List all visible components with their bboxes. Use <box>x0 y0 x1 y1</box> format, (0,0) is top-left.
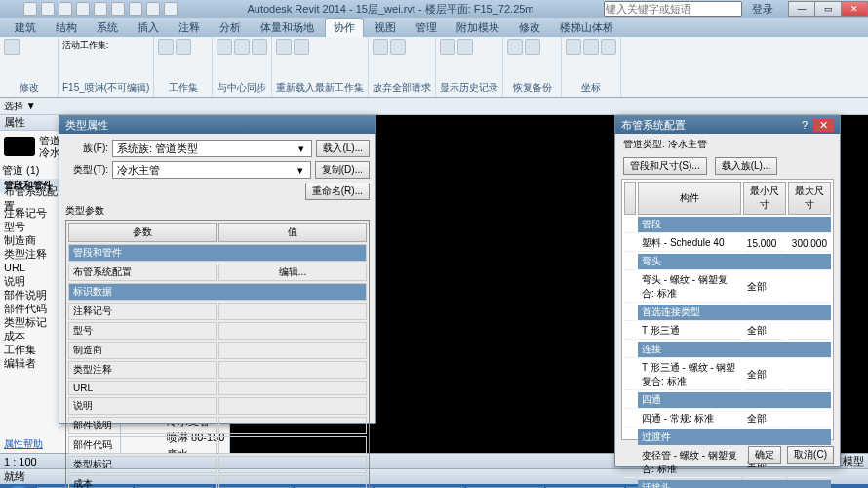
qat-icon[interactable] <box>94 2 107 16</box>
routing-row[interactable]: 连接 <box>624 342 831 358</box>
param-row[interactable]: 类型注释 <box>68 361 367 379</box>
login-link[interactable]: 登录 <box>752 2 773 17</box>
param-row[interactable]: 型号 <box>68 322 367 340</box>
routing-row[interactable]: 弯头 <box>624 254 831 270</box>
ribbon-tab[interactable]: 修改 <box>510 18 549 37</box>
param-row[interactable]: 布管系统配置编辑... <box>68 264 367 281</box>
routing-row[interactable]: 四通 - 常规: 标准全部 <box>624 411 831 427</box>
ribbon-group: 坐标 <box>562 37 621 97</box>
ribbon-tab[interactable]: 插入 <box>129 18 168 37</box>
ok-button[interactable]: 确定 <box>748 446 781 464</box>
pipe-icon <box>4 137 35 156</box>
qat-icon[interactable] <box>41 2 55 16</box>
routing-row[interactable]: T 形三通 - 螺纹 - 钢塑复合: 标准全部 <box>624 360 831 390</box>
load-family-button[interactable]: 载入族(L)... <box>715 157 778 175</box>
help-search[interactable] <box>604 1 742 17</box>
cancel-button[interactable]: 取消(C) <box>787 446 834 464</box>
close-icon[interactable]: ✕ <box>813 119 834 132</box>
ribbon-icon[interactable] <box>507 39 523 55</box>
select-dropdown[interactable]: 选择 ▼ <box>4 100 36 113</box>
qat-icon[interactable] <box>111 2 125 16</box>
ribbon-icon[interactable] <box>373 39 388 55</box>
param-row[interactable]: 部件说明 <box>68 417 367 434</box>
param-row[interactable]: 类型标记 <box>68 456 367 473</box>
ribbon-icon[interactable] <box>4 39 20 55</box>
ribbon-tab[interactable]: 附加模块 <box>448 18 508 37</box>
ribbon-tab[interactable]: 分析 <box>211 18 250 37</box>
routing-preferences-dialog: 布管系统配置 ? ✕ 管道类型: 冷水主管 管段和尺寸(S)... 载入族(L)… <box>614 115 841 467</box>
param-row[interactable]: 制造商 <box>68 342 367 359</box>
minimize-button[interactable]: — <box>788 1 815 17</box>
ribbon-tab[interactable]: 系统 <box>88 18 127 37</box>
ribbon-tab[interactable]: 视图 <box>366 18 405 37</box>
qat-icon[interactable] <box>23 2 37 16</box>
family-combo[interactable]: 系统族: 管道类型▾ <box>112 140 312 157</box>
routing-row[interactable]: T 形三通全部 <box>624 323 831 340</box>
ribbon-tab[interactable]: 建筑 <box>6 18 45 37</box>
maximize-button[interactable]: ▭ <box>814 1 842 17</box>
ribbon-tab[interactable]: 结构 <box>47 18 86 37</box>
duplicate-button[interactable]: 复制(D)... <box>315 161 370 179</box>
routing-row[interactable]: 活接头 <box>624 480 831 488</box>
routing-row[interactable]: 管段 <box>624 217 831 233</box>
type-combo[interactable]: 冷水主管▾ <box>112 161 311 179</box>
ribbon-icon[interactable] <box>457 39 473 55</box>
chevron-down-icon: ▾ <box>296 142 307 155</box>
ribbon-icon[interactable] <box>158 39 174 55</box>
ribbon-icon[interactable] <box>176 39 191 55</box>
routing-table[interactable]: 构件 最小尺寸 最大尺寸 管段塑料 - Schedule 4015.000300… <box>621 179 834 440</box>
load-button[interactable]: 载入(L)... <box>316 140 370 157</box>
ribbon: 修改活动工作集:F15_喷淋(不可编辑)工作集与中心同步重新载入最新工作集放弃全… <box>0 37 868 98</box>
routing-row[interactable]: 弯头 - 螺纹 - 钢塑复合: 标准全部 <box>624 272 831 303</box>
close-button[interactable]: ✕ <box>841 1 868 17</box>
dialog-titlebar[interactable]: 类型属性 <box>59 116 375 134</box>
ribbon-icon[interactable] <box>583 39 599 55</box>
ribbon-tab[interactable]: 楼梯山体桥 <box>551 18 622 37</box>
ribbon-group: 修改 <box>0 37 59 97</box>
chevron-down-icon: ▾ <box>295 164 306 177</box>
qat-icon[interactable] <box>76 2 90 16</box>
ribbon-icon[interactable] <box>252 39 267 55</box>
param-row[interactable]: 说明 <box>68 397 367 415</box>
segments-sizes-button[interactable]: 管段和尺寸(S)... <box>623 157 707 175</box>
ribbon-tabs: 建筑结构系统插入注释分析体量和场地协作视图管理附加模块修改楼梯山体桥 <box>0 18 868 37</box>
ribbon-tab[interactable]: 注释 <box>170 18 209 37</box>
ribbon-icon[interactable] <box>276 39 292 55</box>
param-row[interactable]: 部件代码 <box>68 436 367 454</box>
ribbon-tab[interactable]: 协作 <box>325 18 364 37</box>
routing-row[interactable]: 首选连接类型 <box>624 305 831 321</box>
ribbon-group: 重新载入最新工作集 <box>272 37 369 97</box>
dialog-titlebar[interactable]: 布管系统配置 ? ✕ <box>615 116 840 134</box>
param-row[interactable]: 注释记号 <box>68 303 367 320</box>
ribbon-tab[interactable]: 体量和场地 <box>252 18 323 37</box>
type-properties-dialog: 类型属性 族(F): 系统族: 管道类型▾ 载入(L)... 类型(T): 冷水… <box>59 115 376 424</box>
ribbon-icon[interactable] <box>217 39 232 55</box>
rename-button[interactable]: 重命名(R)... <box>305 183 370 200</box>
ribbon-group: 放弃全部请求 <box>369 37 436 97</box>
help-icon[interactable]: ? <box>802 119 808 131</box>
param-row[interactable]: URL <box>68 381 367 395</box>
qat-icon[interactable] <box>129 2 142 16</box>
ribbon-group: 与中心同步 <box>213 37 272 97</box>
ribbon-icon[interactable] <box>525 39 540 55</box>
ribbon-icon[interactable] <box>390 39 406 55</box>
type-param-table[interactable]: 参数值 管段和管件布管系统配置编辑...标识数据注释记号型号制造商类型注释URL… <box>65 220 370 488</box>
routing-row[interactable]: 四通 <box>624 392 831 409</box>
ribbon-tab[interactable]: 管理 <box>407 18 446 37</box>
ribbon-icon[interactable] <box>294 39 309 55</box>
ribbon-icon[interactable] <box>234 39 250 55</box>
options-bar: 选择 ▼ <box>0 98 868 115</box>
window-controls: — ▭ ✕ <box>789 1 868 17</box>
quick-access-toolbar: Autodesk Revit 2014 - 15层_wei.rvt - 楼层平面… <box>0 0 868 18</box>
param-row[interactable]: 标识数据 <box>68 283 367 301</box>
qat-icon[interactable] <box>164 2 178 16</box>
qat-icon[interactable] <box>146 2 160 16</box>
ribbon-icon[interactable] <box>440 39 455 55</box>
ribbon-icon[interactable] <box>566 39 581 55</box>
routing-row[interactable]: 塑料 - Schedule 4015.000300.000 <box>624 235 831 252</box>
ribbon-icon[interactable] <box>601 39 616 55</box>
scale-control[interactable]: 1 : 100 <box>4 456 37 468</box>
param-row[interactable]: 成本 <box>68 475 367 488</box>
param-row[interactable]: 管段和管件 <box>68 244 367 262</box>
qat-icon[interactable] <box>59 2 72 16</box>
